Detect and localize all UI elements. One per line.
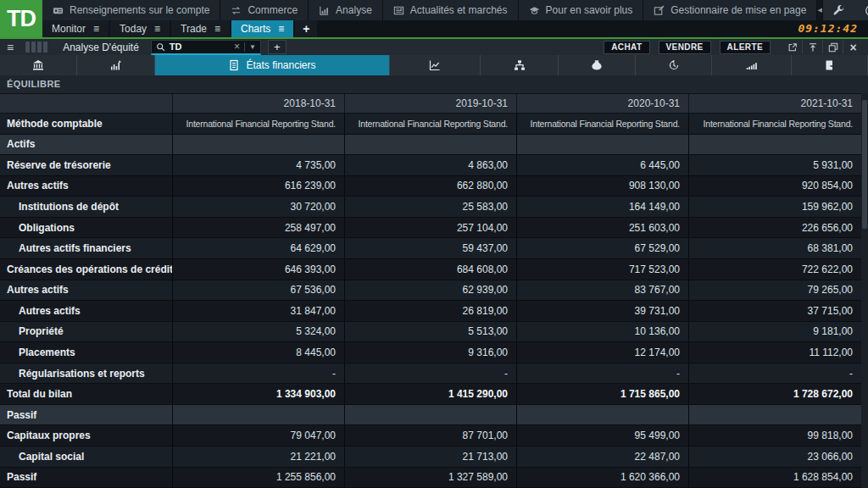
view-tab-signal-bars[interactable]	[712, 55, 792, 75]
row-label: Capitaux propres	[0, 425, 172, 446]
add-workspace-button[interactable]: +	[295, 20, 319, 37]
column-header-date[interactable]: 2021-10-31	[688, 94, 868, 113]
edit-layout-icon	[654, 5, 665, 16]
view-tab-money-bag[interactable]	[559, 55, 636, 75]
alert-button[interactable]: ALERTE	[720, 41, 771, 54]
table-row[interactable]: Autres actifs67 536,0062 939,0083 767,00…	[0, 280, 868, 302]
menu-item-2[interactable]: Analyse	[309, 0, 383, 20]
hamburger-icon[interactable]: ≡	[154, 23, 160, 35]
view-tab-bank[interactable]	[0, 55, 77, 75]
settings-wrench-button[interactable]	[823, 0, 855, 20]
cell-value: 8 445,00	[172, 342, 344, 363]
table-row[interactable]: Actifs	[0, 135, 868, 156]
cell-value: 5 513,00	[344, 322, 516, 342]
learn-icon	[529, 5, 540, 16]
table-row[interactable]: Capitaux propres79 047,0087 701,0095 499…	[0, 425, 868, 446]
workspace-tab-monitor[interactable]: Monitor≡	[42, 20, 110, 37]
vertical-scrollbar[interactable]	[861, 93, 868, 488]
cell-value: 1 415 290,00	[344, 384, 516, 404]
menu-item-1[interactable]: Commerce	[220, 0, 309, 20]
table-row[interactable]: Total du bilan1 334 903,001 415 290,001 …	[0, 384, 868, 405]
chevron-down-icon[interactable]: ▼	[249, 43, 256, 51]
panel-menu-icon[interactable]: ≡	[7, 41, 14, 54]
workspace-tab-today[interactable]: Today≡	[110, 20, 171, 37]
row-label: Régularisations et reports	[0, 363, 172, 384]
column-header-date[interactable]: 2018-10-31	[172, 94, 344, 113]
column-header-date[interactable]: 2020-10-31	[516, 94, 688, 113]
table-row[interactable]: Autres actifs616 239,00662 880,00908 130…	[0, 176, 868, 197]
cell-value: 9 316,00	[344, 342, 516, 363]
workspace-tab-label: Monitor	[52, 23, 86, 35]
view-tab-line-chart[interactable]	[390, 55, 481, 75]
pin-top-icon	[808, 42, 818, 53]
cell-value: -	[688, 363, 868, 384]
table-row[interactable]: Capital social21 221,0021 713,0022 487,0…	[0, 446, 868, 468]
cell-value	[688, 405, 868, 425]
hamburger-icon[interactable]: ≡	[93, 23, 99, 35]
top-menu-bar: Renseignements sur le compteCommerceAnal…	[42, 0, 868, 20]
menu-item-4[interactable]: Pour en savoir plus	[519, 0, 644, 20]
view-tab-history[interactable]	[636, 55, 712, 75]
table-row[interactable]: Régularisations et reports----	[0, 363, 868, 385]
sell-button[interactable]: VENDRE	[659, 41, 711, 54]
cell-value: 1 628 854,00	[688, 468, 868, 488]
close-panel-button[interactable]: ×	[843, 40, 863, 54]
row-label: Actifs	[0, 135, 172, 155]
column-header-date[interactable]: 2019-10-31	[344, 94, 516, 113]
menu-item-0[interactable]: Renseignements sur le compte	[42, 0, 220, 20]
cell-value: 30 720,00	[172, 197, 344, 217]
cell-value: 67 529,00	[516, 238, 688, 258]
table-row[interactable]: Autres actifs financiers64 629,0059 437,…	[0, 238, 868, 259]
hamburger-icon[interactable]: ≡	[214, 23, 220, 35]
workspace-tab-trade[interactable]: Trade≡	[171, 20, 231, 37]
windows-icon	[828, 42, 838, 53]
row-label: Autres actifs	[0, 301, 172, 321]
table-row[interactable]: Passif1 255 856,001 327 589,001 620 366,…	[0, 468, 868, 488]
buy-button[interactable]: ACHAT	[604, 41, 649, 54]
row-label: Autres actifs financiers	[0, 238, 172, 258]
view-tab-company-chart[interactable]	[77, 55, 155, 75]
app-window: TD Renseignements sur le compteCommerceA…	[0, 0, 868, 488]
search-box[interactable]: TD × ▼	[151, 40, 261, 55]
row-label: Passif	[0, 468, 172, 488]
table-row[interactable]: Obligations258 497,00257 104,00251 603,0…	[0, 218, 868, 239]
table-row[interactable]: Méthode comptableInternational Financial…	[0, 114, 868, 135]
cell-value: 83 767,00	[516, 280, 688, 301]
hamburger-icon[interactable]: ≡	[278, 23, 284, 35]
cell-value: 662 880,00	[344, 176, 516, 197]
add-symbol-button[interactable]: +	[268, 40, 287, 54]
layout-manager-button[interactable]: Gestionnaire de mise en page	[643, 0, 817, 20]
cell-value: -	[344, 363, 516, 384]
pin-top-button[interactable]	[802, 40, 822, 54]
workspace-tab-charts[interactable]: Charts≡	[231, 20, 295, 37]
cell-value: -	[516, 363, 688, 384]
table-row[interactable]: Institutions de dépôt30 720,0025 583,001…	[0, 197, 868, 218]
table-row[interactable]: Passif	[0, 405, 868, 426]
duplicate-window-button[interactable]	[822, 40, 843, 54]
section-header: ÉQUILIBRE	[0, 75, 868, 94]
link-group-icon[interactable]	[25, 42, 47, 53]
view-tab-hierarchy[interactable]	[481, 55, 559, 75]
clear-search-icon[interactable]: ×	[234, 41, 240, 53]
cell-value: 164 149,00	[516, 197, 688, 217]
table-row[interactable]: Autres actifs31 847,0026 819,0039 731,00…	[0, 301, 868, 322]
view-tab-report[interactable]	[792, 55, 868, 75]
cell-value: 11 112,00	[688, 342, 868, 363]
scrollbar-thumb[interactable]	[862, 100, 867, 229]
row-label: Total du bilan	[0, 384, 172, 404]
table-row[interactable]: Propriété5 324,005 513,0010 136,009 181,…	[0, 322, 868, 343]
chart-icon	[319, 5, 330, 16]
table-row[interactable]: Créances des opérations de crédit646 393…	[0, 259, 868, 280]
view-tab-etats-financiers[interactable]: États financiers	[155, 55, 390, 75]
pop-out-button[interactable]	[782, 40, 802, 54]
view-tab-strip: États financiers	[0, 55, 868, 75]
search-input[interactable]: TD	[170, 42, 230, 52]
info-button[interactable]	[855, 0, 868, 20]
row-label: Capital social	[0, 446, 172, 467]
menu-item-3[interactable]: Actualités et marchés	[383, 0, 519, 20]
cell-value: 258 497,00	[172, 218, 344, 238]
table-row[interactable]: Placements8 445,009 316,0012 174,0011 11…	[0, 342, 868, 363]
table-row[interactable]: Réserve de trésorerie4 735,004 863,006 4…	[0, 155, 868, 176]
table-body: Méthode comptableInternational Financial…	[0, 114, 868, 488]
cell-value	[172, 135, 344, 155]
